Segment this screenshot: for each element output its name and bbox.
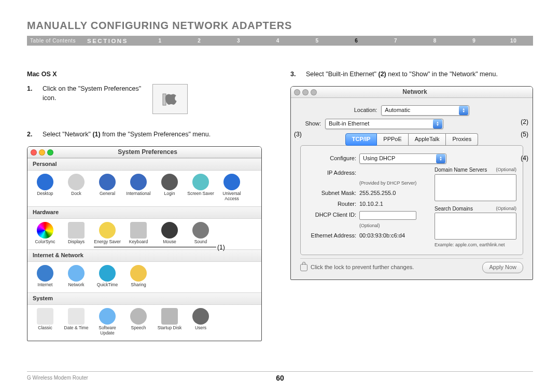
sp-item-label: Universal Access <box>217 191 246 201</box>
dhcp-note: (Optional) <box>359 222 380 229</box>
nav-5[interactable]: 5 <box>298 38 337 44</box>
sp-item[interactable]: Sound <box>186 222 215 244</box>
keyboard-icon <box>130 222 147 239</box>
sharing-icon <box>130 265 147 282</box>
nav-10[interactable]: 10 <box>494 38 533 44</box>
sp-item-label: Mouse <box>155 240 184 244</box>
dns-textarea[interactable] <box>435 174 516 201</box>
sp-section-heading: Hardware <box>27 206 261 219</box>
sp-item[interactable]: Screen Saver <box>186 174 215 201</box>
network-window: Network Location: Automatic▲▼ Show: Buil… <box>290 86 533 280</box>
lock-text: Click the lock to prevent further change… <box>311 263 414 272</box>
sp-item[interactable]: Mouse <box>155 222 184 244</box>
page-footer: G Wireless Modem Router 60 <box>27 371 533 381</box>
tab-pppoe[interactable]: PPPoE <box>377 133 408 146</box>
sp-item[interactable]: Keyboard <box>124 222 153 244</box>
callout-label-1: (1) <box>217 243 225 252</box>
sp-item-label: International <box>124 191 153 196</box>
sp-item[interactable]: Desktop <box>31 174 60 201</box>
screen-saver-icon <box>192 174 209 190</box>
close-icon[interactable] <box>31 149 37 156</box>
location-select[interactable]: Automatic▲▼ <box>381 105 469 116</box>
step3-num: 3. <box>290 69 306 79</box>
router-label: Router: <box>307 200 356 208</box>
sp-item[interactable]: QuickTime <box>93 265 122 287</box>
tab-appletalk[interactable]: AppleTalk <box>409 133 446 146</box>
sp-item[interactable]: Energy Saver <box>93 222 122 244</box>
titlebar: Network <box>291 87 533 98</box>
sp-item[interactable]: International <box>124 174 153 201</box>
sp-item[interactable]: Universal Access <box>217 174 246 201</box>
sp-item[interactable]: ColorSync <box>31 222 60 244</box>
location-label: Location: <box>354 106 377 115</box>
nav-6[interactable]: 6 <box>337 38 376 44</box>
nav-3[interactable]: 3 <box>219 38 258 44</box>
desktop-icon <box>37 174 53 190</box>
sp-item-label: ColorSync <box>31 240 60 244</box>
sp-item-label: Network <box>62 283 91 287</box>
os-heading: Mac OS X <box>27 69 269 79</box>
sp-item[interactable]: Users <box>186 308 215 335</box>
step3-text: Select "Built-in Ethernet" (2) next to "… <box>306 69 533 79</box>
eth-value: 00:03:93:0b:c6:d4 <box>359 232 405 240</box>
chevron-updown-icon: ▲▼ <box>436 154 445 163</box>
tcpip-panel: Configure: Using DHCP▲▼ IP Address: <box>300 145 523 255</box>
window-title: Network <box>300 88 529 96</box>
sp-item[interactable]: Date & Time <box>62 308 91 335</box>
sp-item[interactable]: Speech <box>124 308 153 335</box>
tab-tcpip[interactable]: TCP/IP <box>345 133 377 146</box>
chevron-updown-icon: ▲▼ <box>459 106 468 115</box>
search-textarea[interactable] <box>435 213 516 240</box>
sp-item-label: Sharing <box>124 283 153 287</box>
ip-note: (Provided by DHCP Server) <box>359 180 416 187</box>
energy-saver-icon <box>99 222 116 239</box>
callout-3: (3) <box>294 130 302 139</box>
sp-section-heading: Personal <box>27 158 261 171</box>
dhcp-input[interactable] <box>359 211 416 220</box>
sp-item-label: Energy Saver <box>93 240 122 244</box>
nav-7[interactable]: 7 <box>376 38 415 44</box>
sound-icon <box>192 222 209 239</box>
universal-access-icon <box>223 174 240 190</box>
nav-9[interactable]: 9 <box>455 38 494 44</box>
callout-2: (2) <box>521 118 528 127</box>
nav-2[interactable]: 2 <box>180 38 219 44</box>
sp-item[interactable]: Software Update <box>93 308 122 335</box>
sp-item-label: Internet <box>31 283 60 287</box>
nav-1[interactable]: 1 <box>141 38 180 44</box>
sp-section-heading: System <box>27 292 261 305</box>
sp-item[interactable]: Internet <box>31 265 60 287</box>
subnet-value: 255.255.255.0 <box>359 189 396 198</box>
login-icon <box>161 174 178 190</box>
dock-icon <box>68 174 85 190</box>
sp-item[interactable]: Classic <box>31 308 60 335</box>
sp-item[interactable]: Dock <box>62 174 91 201</box>
sp-item[interactable]: Network <box>62 265 91 287</box>
lock-icon[interactable] <box>300 264 307 271</box>
sp-item[interactable]: Sharing <box>124 265 153 287</box>
page-title: MANUALLY CONFIGURING NETWORK ADAPTERS <box>27 20 533 32</box>
close-icon[interactable] <box>294 89 300 95</box>
users-icon <box>192 308 209 325</box>
search-label: Search Domains <box>435 205 473 213</box>
sp-item-label: Software Update <box>93 326 122 335</box>
step2-num: 2. <box>27 130 43 139</box>
sp-item[interactable]: General <box>93 174 122 201</box>
show-label: Show: <box>300 120 321 128</box>
nav-8[interactable]: 8 <box>415 38 455 44</box>
sp-item[interactable]: Displays <box>62 222 91 244</box>
sp-item-label: Sound <box>186 240 215 244</box>
show-select[interactable]: Built-in Ethernet▲▼ <box>325 119 443 129</box>
tab-proxies[interactable]: Proxies <box>446 133 478 146</box>
callout-line-1 <box>94 247 216 247</box>
configure-select[interactable]: Using DHCP▲▼ <box>359 153 446 164</box>
example-text: Example: apple.com, earthlink.net <box>435 242 516 248</box>
sp-item[interactable]: Login <box>155 174 184 201</box>
sp-item-label: Users <box>186 326 215 330</box>
subnet-label: Subnet Mask: <box>307 189 356 198</box>
toc-label[interactable]: Table of Contents <box>27 38 83 44</box>
nav-4[interactable]: 4 <box>258 38 298 44</box>
apply-button[interactable]: Apply Now <box>482 262 523 273</box>
sp-item[interactable]: Startup Disk <box>155 308 184 335</box>
apple-icon <box>152 84 188 114</box>
